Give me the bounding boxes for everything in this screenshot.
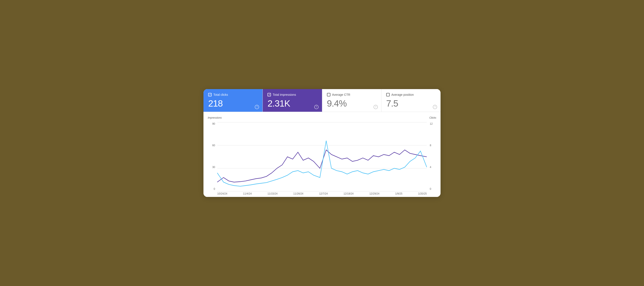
y-axis-right-label: Clicks xyxy=(429,116,436,119)
clicks-line xyxy=(217,141,427,186)
analytics-card: Total clicks 218 ? Total impressions 2.3… xyxy=(204,89,440,197)
total-impressions-tile[interactable]: Total impressions 2.31K ? xyxy=(263,89,322,112)
average-ctr-label: Average CTR xyxy=(332,93,350,96)
chart-area: Impressions Clicks 90 60 30 0 12 8 4 0 xyxy=(204,112,440,197)
total-impressions-label-row: Total impressions xyxy=(268,93,317,96)
x-label-2: 11/15/24 xyxy=(268,192,278,195)
x-label-4: 12/7/24 xyxy=(319,192,328,195)
total-clicks-label-row: Total clicks xyxy=(208,93,258,96)
total-impressions-checkbox[interactable] xyxy=(268,93,271,96)
x-label-7: 1/9/25 xyxy=(395,192,402,195)
y-right-12: 12 xyxy=(430,122,432,125)
average-ctr-help-icon[interactable]: ? xyxy=(374,105,378,109)
x-label-3: 11/26/24 xyxy=(293,192,304,195)
average-position-label: Average position xyxy=(392,93,414,96)
average-position-checkbox[interactable] xyxy=(386,93,390,96)
total-clicks-checkbox[interactable] xyxy=(208,93,212,96)
average-ctr-checkbox[interactable] xyxy=(327,93,330,96)
x-label-6: 12/29/24 xyxy=(370,192,380,195)
x-label-1: 11/4/24 xyxy=(243,192,252,195)
average-ctr-value: 9.4% xyxy=(327,99,376,109)
total-impressions-label: Total impressions xyxy=(273,93,296,96)
x-label-5: 12/18/24 xyxy=(344,192,354,195)
y-left-30: 30 xyxy=(212,166,215,169)
y-left-60: 60 xyxy=(212,144,215,147)
average-position-label-row: Average position xyxy=(386,93,436,96)
average-position-help-icon[interactable]: ? xyxy=(433,105,437,109)
total-impressions-help-icon[interactable]: ? xyxy=(314,105,318,109)
y-right-0: 0 xyxy=(430,187,431,190)
y-right-8: 8 xyxy=(430,144,431,147)
x-label-0: 10/24/24 xyxy=(217,192,228,195)
average-position-value: 7.5 xyxy=(386,99,436,109)
metrics-row: Total clicks 218 ? Total impressions 2.3… xyxy=(204,89,440,112)
y-left-0: 0 xyxy=(214,187,215,190)
total-clicks-tile[interactable]: Total clicks 218 ? xyxy=(204,89,263,112)
average-ctr-tile[interactable]: Average CTR 9.4% ? xyxy=(322,89,382,112)
total-clicks-label: Total clicks xyxy=(213,93,228,96)
y-axis-left-label: Impressions xyxy=(208,116,222,119)
total-impressions-value: 2.31K xyxy=(268,99,317,109)
x-label-8: 1/20/25 xyxy=(418,192,427,195)
chart-svg xyxy=(217,122,427,191)
total-clicks-help-icon[interactable]: ? xyxy=(255,105,259,109)
y-left-90: 90 xyxy=(212,122,215,125)
average-position-tile[interactable]: Average position 7.5 ? xyxy=(382,89,440,112)
average-ctr-label-row: Average CTR xyxy=(327,93,376,96)
total-clicks-value: 218 xyxy=(208,99,258,109)
y-right-4: 4 xyxy=(430,166,431,169)
